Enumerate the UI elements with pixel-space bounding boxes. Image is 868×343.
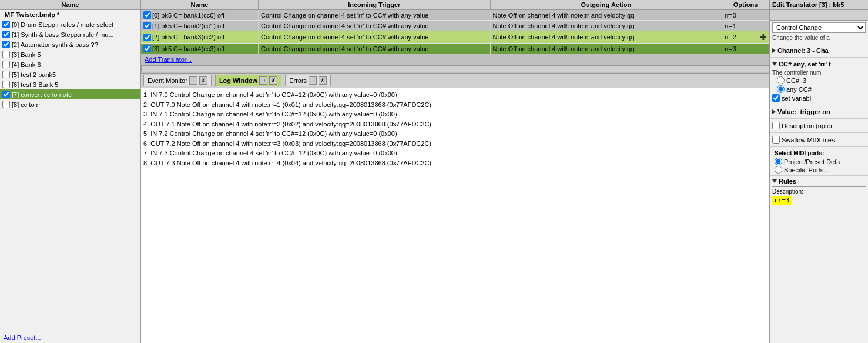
preset-checkbox-bank5[interactable]	[2, 51, 10, 58]
preset-checkbox-cc-to-rr[interactable]	[2, 101, 10, 108]
errors-close-icon[interactable]: ✗	[319, 76, 327, 85]
radio-anycc-input[interactable]	[777, 85, 785, 93]
tr-name-label-1: [1] bk5 C= bank2(cc1) off	[152, 22, 224, 29]
tr-outgoing-3: Note Off on channel 4 with note:rr and v…	[491, 44, 723, 54]
errors-restore-icon[interactable]: □	[309, 76, 317, 85]
port-specific-label: Specific Ports...	[784, 166, 829, 174]
port-specific-radio[interactable]	[775, 166, 782, 174]
preset-label-test-bank5b: [6] test 3 Bank 5	[12, 81, 59, 88]
swallow-checkbox[interactable]	[772, 136, 780, 144]
message-type-select[interactable]: Control Change	[772, 22, 866, 33]
port-project-radio[interactable]	[775, 158, 782, 165]
log-window-restore-icon[interactable]: □	[259, 76, 267, 85]
preset-item-bank6[interactable]: [4] Bank 6	[0, 59, 140, 69]
tr-incoming-1: Control Change on channel 4 set 'rr' to …	[259, 21, 491, 31]
tr-options-value-3: rr=3	[725, 45, 736, 52]
value-text: trigger on	[800, 108, 830, 115]
desc-value: rr=3	[772, 196, 792, 205]
port-project-item[interactable]: Project/Preset Defa	[775, 158, 866, 165]
channel-collapsible[interactable]: Channel: 3 - Cha	[772, 46, 866, 55]
preset-checkbox-test-bank5[interactable]	[2, 71, 10, 78]
rules-label: Rules	[779, 178, 796, 185]
tr-checkbox-0[interactable]	[143, 11, 151, 19]
event-monitor-label: Event Monitor	[148, 77, 187, 84]
cc-collapsible[interactable]: CC# any, set 'rr' t	[772, 59, 866, 69]
preset-item-mf-twister[interactable]: MF Twister.bmtp *	[0, 10, 140, 19]
tr-options-value-0: rr=0	[725, 12, 736, 19]
tab-log-window[interactable]: Log Window □ ✗	[215, 75, 281, 86]
tr-name-label-0: [0] bk5 C= bank1(cc0) off	[152, 12, 224, 19]
add-translator-button[interactable]: Add Translator...	[141, 54, 769, 65]
channel-section: Channel: 3 - Cha	[770, 44, 868, 58]
tr-options-value-1: rr=1	[725, 22, 736, 29]
preset-label-cc-to-rr: [8] cc to rr	[12, 101, 41, 108]
table-row[interactable]: [0] bk5 C= bank1(cc0) off Control Change…	[141, 10, 769, 21]
preset-checkbox-drum-stepper[interactable]	[2, 21, 10, 28]
tr-incoming-3: Control Change on channel 4 set 'rr' to …	[259, 44, 491, 54]
log-line: 8: OUT 7.3 Note Off on channel 4 with no…	[143, 158, 767, 168]
log-line: 5: IN 7.2 Control Change on channel 4 se…	[143, 129, 767, 139]
select-midi-label: Select MIDI ports:	[772, 149, 866, 158]
set-variable-label: set variabl	[782, 95, 811, 102]
tr-incoming-0: Control Change on channel 4 set 'rr' to …	[259, 11, 491, 20]
tr-checkbox-2[interactable]	[143, 34, 151, 41]
tab-errors[interactable]: Errors □ ✗	[285, 75, 331, 86]
rules-arrow-icon	[772, 179, 777, 183]
translator-table: [0] bk5 C= bank1(cc0) off Control Change…	[141, 10, 769, 54]
preset-checkbox-synth-bass[interactable]	[2, 31, 10, 38]
preset-item-test-bank5b[interactable]: [6] test 3 Bank 5	[0, 79, 140, 89]
cc-value: any, set 'rr' t	[793, 61, 831, 68]
preset-item-test-bank5[interactable]: [5] test 2 bank5	[0, 69, 140, 79]
preset-checkbox-bank6[interactable]	[2, 61, 10, 68]
left-panel: Name MF Twister.bmtp *[0] Drum Stepp:r r…	[0, 0, 141, 343]
tr-name-3: [3] bk5 C= bank4(cc3) off	[141, 44, 259, 54]
tr-incoming-2: Control Change on channel 4 set 'rr' to …	[259, 32, 491, 42]
description-item[interactable]: Description (optio	[772, 122, 866, 129]
rules-header[interactable]: Rules	[772, 178, 866, 185]
radio-ccnum[interactable]: CC#: 3	[777, 76, 866, 84]
set-variable-checkbox[interactable]	[772, 94, 780, 102]
preset-checkbox-test-bank5b[interactable]	[2, 81, 10, 88]
preset-item-convert-cc[interactable]: [7] convert cc to note	[0, 89, 140, 99]
log-window-close-icon[interactable]: ✗	[269, 76, 277, 85]
table-header: Name Incoming Trigger Outgoing Action Op…	[141, 0, 769, 10]
rules-separator	[772, 186, 866, 187]
swallow-item[interactable]: Swallow MIDI mes	[772, 136, 866, 144]
log-window-label: Log Window	[219, 77, 257, 84]
preset-item-cc-to-rr[interactable]: [8] cc to rr	[0, 99, 140, 109]
preset-label-mf-twister: MF Twister.bmtp *	[2, 11, 59, 18]
preset-item-drum-stepper[interactable]: [0] Drum Stepp:r rules / mute select	[0, 19, 140, 29]
port-specific-item[interactable]: Specific Ports...	[775, 166, 866, 174]
value-collapsible[interactable]: Value: trigger on	[772, 107, 866, 116]
channel-label: Channel:	[777, 47, 805, 54]
horizontal-scrollbar[interactable]	[141, 65, 769, 72]
add-icon[interactable]: ✚	[760, 32, 767, 42]
channel-arrow-icon	[772, 48, 776, 53]
event-monitor-restore-icon[interactable]: □	[189, 76, 197, 85]
preset-checkbox-automator[interactable]	[2, 41, 10, 48]
tr-checkbox-1[interactable]	[143, 22, 151, 29]
value-label: Value:	[777, 108, 796, 115]
description-checkbox[interactable]	[772, 122, 780, 129]
preset-checkbox-convert-cc[interactable]	[2, 91, 10, 98]
preset-item-bank5[interactable]: [3] Bank 5	[0, 49, 140, 59]
radio-anycc[interactable]: any CC#	[777, 85, 866, 93]
tr-options-2: rr=2 ✚	[722, 31, 769, 43]
preset-label-synth-bass: [1] Synth & bass Stepp:r rule / mu...	[12, 31, 114, 38]
center-panel: Name Incoming Trigger Outgoing Action Op…	[141, 0, 769, 343]
tr-name-2: [2] bk5 C= bank3(cc2) off	[141, 32, 259, 42]
port-project-label: Project/Preset Defa	[784, 158, 840, 165]
event-monitor-close-icon[interactable]: ✗	[199, 76, 207, 85]
table-row[interactable]: [3] bk5 C= bank4(cc3) off Control Change…	[141, 44, 769, 54]
tr-name-label-3: [3] bk5 C= bank4(cc3) off	[152, 45, 224, 52]
table-row[interactable]: [1] bk5 C= bank2(cc1) off Control Change…	[141, 21, 769, 31]
log-line: 1: IN 7.0 Control Change on channel 4 se…	[143, 90, 767, 100]
add-preset-button[interactable]: Add Preset...	[0, 332, 140, 343]
radio-ccnum-input[interactable]	[777, 76, 785, 84]
preset-item-automator[interactable]: [2] Automator synth & bass ??	[0, 39, 140, 49]
table-row[interactable]: [2] bk5 C= bank3(cc2) off Control Change…	[141, 31, 769, 44]
tab-event-monitor[interactable]: Event Monitor □ ✗	[143, 75, 212, 86]
tr-checkbox-3[interactable]	[143, 45, 151, 52]
preset-item-synth-bass[interactable]: [1] Synth & bass Stepp:r rule / mu...	[0, 29, 140, 39]
set-variable-item[interactable]: set variabl	[772, 94, 866, 102]
